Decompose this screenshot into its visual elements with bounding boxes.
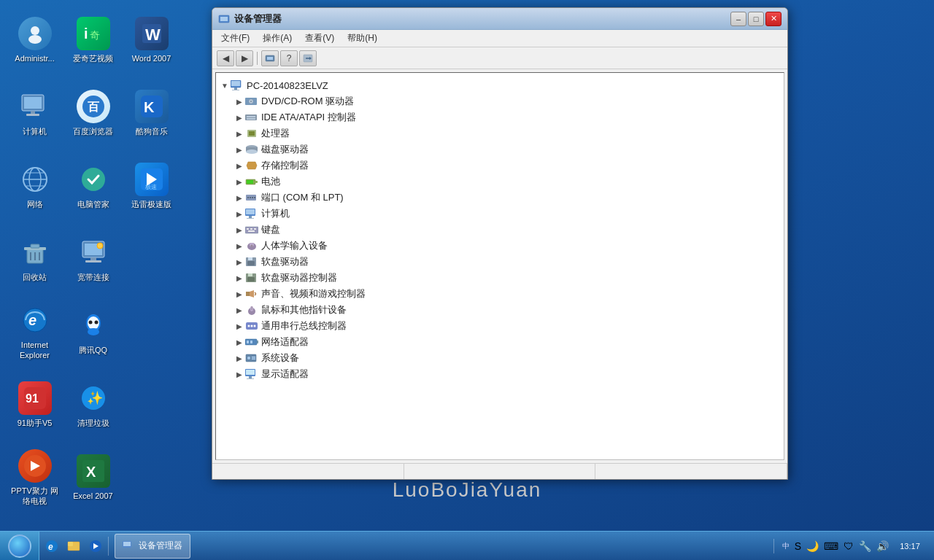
desktop-icon-iqiyi[interactable]: i奇 爱奇艺视频 — [66, 7, 120, 73]
battery-toggle[interactable]: ▶ — [234, 176, 245, 187]
sysdev-icon — [245, 351, 258, 365]
network-icon-label: 网络 — [27, 199, 43, 209]
tree-item-ide[interactable]: ▶ IDE ATA/ATAPI 控制器 — [234, 109, 781, 125]
tray-shield-icon[interactable]: 🛡 — [842, 539, 855, 553]
desktop-icon-clean[interactable]: ✨ 清理垃圾 — [66, 372, 120, 438]
floppyctrl-toggle[interactable]: ▶ — [234, 272, 245, 284]
xunlei-icon: 极速 — [135, 163, 169, 196]
tray-sogou-icon[interactable]: S — [793, 539, 803, 553]
disk-toggle[interactable]: ▶ — [234, 144, 245, 155]
start-button[interactable] — [0, 532, 39, 561]
tree-item-floppyctrl[interactable]: ▶ 软盘驱动器控制器 — [234, 270, 781, 286]
iqiyi-icon: i奇 — [77, 17, 110, 50]
svg-rect-92 — [248, 257, 252, 260]
tree-item-hid[interactable]: ▶ 人体学输入设备 — [234, 238, 781, 254]
svg-rect-81 — [249, 216, 252, 218]
menu-view[interactable]: 查看(V) — [299, 31, 340, 46]
computer-toggle[interactable]: ▶ — [234, 208, 245, 219]
quicklaunch-explorer[interactable] — [64, 537, 83, 556]
tree-root-item[interactable]: ▼ PC-20140823ELVZ — [219, 77, 781, 93]
menu-file[interactable]: 文件(F) — [215, 31, 255, 46]
desktop-icon-excel[interactable]: X Excel 2007 — [66, 445, 120, 510]
tree-item-display[interactable]: ▶ 显示适配器 — [234, 366, 781, 382]
tree-item-battery[interactable]: ▶ 电池 — [234, 174, 781, 190]
hid-toggle[interactable]: ▶ — [234, 240, 245, 252]
window-close-button[interactable]: ✕ — [765, 12, 781, 26]
toolbar-help-button[interactable]: ? — [280, 50, 298, 66]
tree-item-sound[interactable]: ▶ 声音、视频和游戏控制器 — [234, 286, 781, 302]
tree-item-dvd[interactable]: ▶ DVD/CD-ROM 驱动器 — [234, 93, 781, 109]
quicklaunch-media[interactable] — [86, 537, 105, 556]
menu-action[interactable]: 操作(A) — [257, 31, 298, 46]
desktop-icon-ie[interactable]: e InternetExplorer — [7, 299, 62, 365]
svg-point-40 — [88, 328, 99, 335]
tree-item-storage[interactable]: ▶ 存储控制器 — [234, 158, 781, 174]
desktop-icon-broadband[interactable]: 宽带连接 — [66, 226, 120, 292]
display-toggle[interactable]: ▶ — [234, 368, 245, 380]
mouse-toggle[interactable]: ▶ — [234, 304, 245, 316]
tree-item-cpu[interactable]: ▶ 处理器 — [234, 125, 781, 141]
dvd-toggle[interactable]: ▶ — [234, 96, 245, 107]
root-toggle[interactable]: ▼ — [219, 79, 231, 91]
desktop-icon-admin[interactable]: Administr... — [7, 7, 62, 73]
desktop-icon-computer[interactable]: 计算机 — [7, 80, 62, 146]
toolbar-forward-button[interactable]: ▶ — [236, 50, 253, 66]
tree-item-netadapter[interactable]: ▶ 网络适配器 — [234, 334, 781, 350]
storage-toggle[interactable]: ▶ — [234, 160, 245, 171]
device-tree-panel[interactable]: ▼ PC-20140823ELVZ ▶ DVD/ — [215, 72, 784, 460]
desktop-icon-xunlei[interactable]: 极速 迅雷极速版 — [124, 153, 179, 219]
tray-volume-icon[interactable]: 🔊 — [875, 539, 890, 553]
tree-item-keyboard[interactable]: ▶ 键盘 — [234, 222, 781, 238]
sound-toggle[interactable]: ▶ — [234, 288, 245, 300]
tree-item-port[interactable]: ▶ 端口 (COM 和 LPT) — [234, 190, 781, 206]
tree-item-floppy[interactable]: ▶ 软盘驱动器 — [234, 254, 781, 270]
toolbar-update-button[interactable] — [299, 50, 317, 66]
taskbar-item-devmgr[interactable]: 设备管理器 — [115, 534, 190, 559]
svg-rect-109 — [250, 341, 252, 343]
ide-toggle[interactable]: ▶ — [234, 112, 245, 123]
tray-wrench-icon[interactable]: 🔧 — [857, 539, 873, 553]
tray-keyboard-tray-icon[interactable]: ⌨ — [822, 539, 840, 553]
desktop-icon-word[interactable]: W Word 2007 — [124, 7, 179, 73]
desktop-icon-kugo[interactable]: K 酷狗音乐 — [124, 80, 179, 146]
cpu-toggle[interactable]: ▶ — [234, 128, 245, 139]
computer-icon — [18, 90, 52, 123]
display-label: 显示适配器 — [261, 368, 309, 381]
svg-point-38 — [88, 320, 92, 324]
desktop-icon-baidu[interactable]: 百 百度浏览器 — [66, 80, 120, 146]
tree-item-disk[interactable]: ▶ 磁盘驱动器 — [234, 141, 781, 158]
tree-item-computer[interactable]: ▶ 计算机 — [234, 206, 781, 222]
tray-ime[interactable]: 中 — [780, 540, 792, 553]
window-minimize-button[interactable]: – — [730, 12, 746, 26]
floppy-toggle[interactable]: ▶ — [234, 256, 245, 268]
pcmgr-icon-label: 电脑管家 — [77, 199, 109, 209]
taskbar-items: 设备管理器 — [112, 534, 773, 559]
tree-item-com[interactable]: ▶ 通用串行总线控制器 — [234, 318, 781, 334]
tree-item-sysdev[interactable]: ▶ 系统设备 — [234, 350, 781, 366]
svg-rect-58 — [234, 88, 237, 90]
toolbar-properties-button[interactable] — [261, 50, 279, 66]
desktop-icon-pptv[interactable]: PPTV聚力 网络电视 — [7, 445, 62, 510]
sysdev-toggle[interactable]: ▶ — [234, 352, 245, 364]
toolbar: ◀ ▶ ? — [212, 47, 787, 69]
system-clock[interactable]: 13:17 — [892, 542, 928, 551]
keyboard-toggle[interactable]: ▶ — [234, 224, 245, 236]
com-toggle[interactable]: ▶ — [234, 320, 245, 332]
tree-item-mouse[interactable]: ▶ 鼠标和其他指针设备 — [234, 302, 781, 318]
desktop-icon-pcmgr[interactable]: 电脑管家 — [66, 153, 120, 219]
status-segment-1 — [212, 464, 404, 479]
desktop-icon-recycle[interactable]: 回收站 — [7, 226, 62, 292]
desktop-icon-qq[interactable]: 腾讯QQ — [66, 299, 120, 365]
cpu-label: 处理器 — [261, 127, 290, 140]
port-toggle[interactable]: ▶ — [234, 192, 245, 203]
baidu-icon: 百 — [77, 90, 110, 123]
port-label: 端口 (COM 和 LPT) — [261, 191, 344, 204]
svg-point-70 — [246, 149, 258, 154]
desktop-icon-network[interactable]: 网络 — [7, 153, 62, 219]
netadapter-toggle[interactable]: ▶ — [234, 336, 245, 348]
quicklaunch-ie[interactable]: e — [42, 537, 61, 556]
window-maximize-button[interactable]: □ — [748, 12, 764, 26]
menu-help[interactable]: 帮助(H) — [341, 31, 383, 46]
desktop-icon-91[interactable]: 91 91助手V5 — [7, 372, 62, 438]
toolbar-back-button[interactable]: ◀ — [217, 50, 234, 66]
